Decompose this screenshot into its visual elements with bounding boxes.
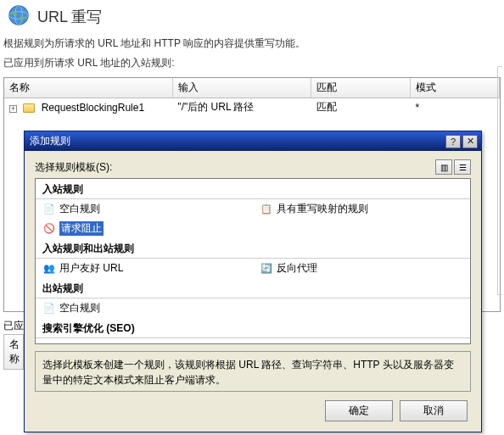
close-button[interactable]: ✕ xyxy=(462,135,478,148)
right-pane-edge xyxy=(497,66,502,295)
table-header-row: 名称 输入 匹配 模式 xyxy=(4,78,500,98)
item-blank-outbound[interactable]: 📄 空白规则 xyxy=(36,299,253,317)
view-list-icon[interactable]: ▥ xyxy=(435,159,452,175)
page-icon: 📄 xyxy=(42,303,56,315)
page-icon: 📄 xyxy=(42,204,56,215)
globe-icon xyxy=(7,3,31,30)
view-mode-buttons: ▥ ☰ xyxy=(435,159,471,175)
add-rule-dialog: 添加规则 ? ✕ 选择规则模板(S): ▥ ☰ 入站规则 📄 空白规则 📋 xyxy=(24,131,482,432)
table-row[interactable]: + RequestBlockingRule1 "/"后的 URL 路径 匹配 * xyxy=(4,98,500,117)
template-hint: 选择此模板来创建一个规则，该规则将根据 URL 路径、查询字符串、HTTP 头以… xyxy=(35,351,471,392)
applied-label-behind: 已应 xyxy=(3,319,24,333)
proxy-icon: 🔄 xyxy=(260,263,273,275)
item-blank-inbound[interactable]: 📄 空白规则 xyxy=(36,200,253,218)
section-inbound: 入站规则 xyxy=(36,179,470,199)
col-match[interactable]: 匹配 xyxy=(311,78,411,98)
rule-name: RequestBlockingRule1 xyxy=(42,102,144,114)
item-with-mapping[interactable]: 📋 具有重写映射的规则 xyxy=(253,200,470,218)
ok-button[interactable]: 确定 xyxy=(325,400,393,421)
col-input[interactable]: 输入 xyxy=(172,78,311,98)
svg-point-0 xyxy=(9,6,29,25)
mapping-icon: 📋 xyxy=(260,204,273,215)
folder-icon xyxy=(23,103,35,113)
col-mode[interactable]: 模式 xyxy=(410,78,499,98)
template-listbox[interactable]: 入站规则 📄 空白规则 📋 具有重写映射的规则 🚫 请求阻止 入站规则和出站规则 xyxy=(35,178,471,344)
col-name[interactable]: 名称 xyxy=(4,78,172,98)
description-line-1: 根据规则为所请求的 URL 地址和 HTTP 响应的内容提供重写功能。 xyxy=(0,33,504,53)
view-details-icon[interactable]: ☰ xyxy=(454,159,471,175)
expand-icon[interactable]: + xyxy=(9,105,17,113)
block-icon: 🚫 xyxy=(42,223,56,235)
rule-match: 匹配 xyxy=(311,98,411,117)
behind-col-name: 名称 xyxy=(3,334,24,370)
behind-table-header: 名称 xyxy=(3,334,24,370)
friendly-icon: 👥 xyxy=(42,263,56,275)
item-reverse-proxy[interactable]: 🔄 反向代理 xyxy=(253,259,470,277)
section-seo: 搜索引擎优化 (SEO) xyxy=(36,318,470,338)
page-header: URL 重写 xyxy=(0,0,504,33)
item-user-friendly[interactable]: 👥 用户友好 URL xyxy=(36,259,253,277)
dialog-titlebar[interactable]: 添加规则 ? ✕ xyxy=(25,131,481,151)
rule-input: "/"后的 URL 路径 xyxy=(172,98,311,117)
section-both: 入站规则和出站规则 xyxy=(36,238,470,259)
section-outbound: 出站规则 xyxy=(36,278,470,298)
cancel-button[interactable]: 取消 xyxy=(400,400,468,421)
page-title: URL 重写 xyxy=(37,7,102,27)
dialog-title: 添加规则 xyxy=(30,134,70,148)
select-template-label: 选择规则模板(S): xyxy=(35,160,112,175)
rule-mode: * xyxy=(410,98,499,117)
description-line-2: 已应用到所请求 URL 地址的入站规则: xyxy=(0,53,504,72)
item-request-block[interactable]: 🚫 请求阻止 xyxy=(36,220,253,237)
help-button[interactable]: ? xyxy=(445,135,461,148)
